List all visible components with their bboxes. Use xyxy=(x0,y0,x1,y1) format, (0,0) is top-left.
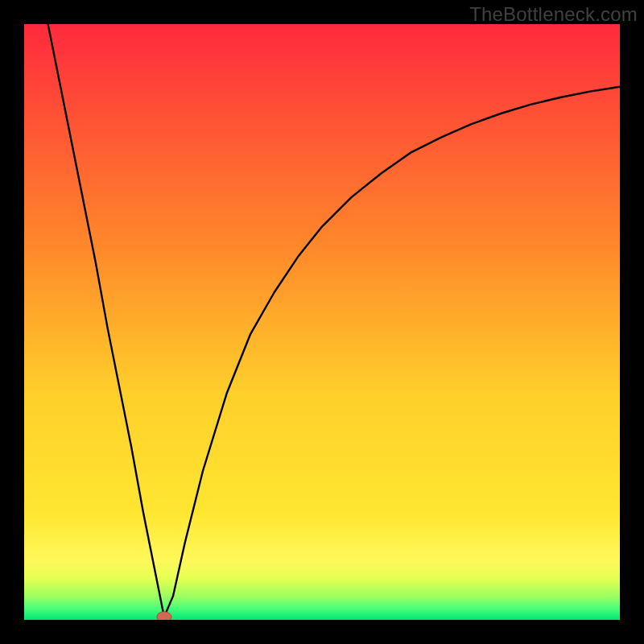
minimum-marker xyxy=(157,612,171,620)
watermark-text: TheBottleneck.com xyxy=(469,3,638,26)
gradient-background xyxy=(24,24,620,620)
plot-area xyxy=(24,24,620,620)
chart-svg xyxy=(24,24,620,620)
chart-frame: TheBottleneck.com xyxy=(0,0,644,644)
